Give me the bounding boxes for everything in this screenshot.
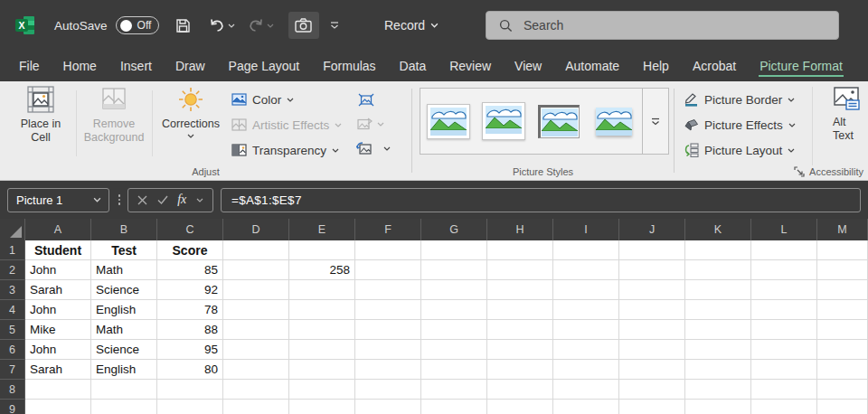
row-header-6[interactable]: 6 bbox=[0, 340, 25, 360]
cell-A2[interactable]: John bbox=[25, 260, 91, 280]
row-header-3[interactable]: 3 bbox=[0, 280, 25, 300]
cell-A5[interactable]: Mike bbox=[25, 320, 91, 340]
tab-formulas[interactable]: Formulas bbox=[311, 51, 387, 81]
tab-home[interactable]: Home bbox=[52, 51, 108, 81]
picture-style-option-2[interactable] bbox=[476, 89, 531, 154]
cell-E3[interactable] bbox=[289, 280, 355, 300]
cell-B3[interactable]: Science bbox=[91, 280, 157, 300]
chevron-down-icon[interactable] bbox=[196, 198, 203, 202]
cell-B1[interactable]: Test bbox=[91, 240, 157, 260]
cell-M4[interactable] bbox=[817, 300, 868, 320]
cell-M9[interactable] bbox=[817, 400, 868, 414]
picture-style-option-4[interactable] bbox=[586, 89, 641, 154]
cell-H6[interactable] bbox=[487, 340, 553, 360]
cell-F4[interactable] bbox=[355, 300, 421, 320]
cell-D1[interactable] bbox=[223, 240, 289, 260]
alt-text-button[interactable]: Alt Text bbox=[823, 87, 868, 159]
cell-A8[interactable] bbox=[25, 380, 91, 400]
column-header-I[interactable]: I bbox=[553, 219, 619, 240]
cell-I5[interactable] bbox=[553, 320, 619, 340]
cell-K2[interactable] bbox=[685, 260, 751, 280]
cell-K8[interactable] bbox=[685, 380, 751, 400]
column-header-C[interactable]: C bbox=[157, 219, 223, 240]
cell-K3[interactable] bbox=[685, 280, 751, 300]
cell-B4[interactable]: English bbox=[91, 300, 157, 320]
row-header-7[interactable]: 7 bbox=[0, 360, 25, 380]
cell-B7[interactable]: English bbox=[91, 360, 157, 380]
cell-C4[interactable]: 78 bbox=[157, 300, 223, 320]
tab-help[interactable]: Help bbox=[631, 51, 681, 81]
row-header-8[interactable]: 8 bbox=[0, 380, 25, 400]
cell-K7[interactable] bbox=[685, 360, 751, 380]
picture-effects-menu[interactable]: Picture Effects bbox=[684, 114, 796, 136]
tab-page-layout[interactable]: Page Layout bbox=[217, 51, 312, 81]
cell-C5[interactable]: 88 bbox=[157, 320, 223, 340]
gallery-more-button[interactable] bbox=[642, 89, 668, 154]
tab-view[interactable]: View bbox=[503, 51, 553, 81]
tab-acrobat[interactable]: Acrobat bbox=[681, 51, 748, 81]
autosave-toggle[interactable]: Off bbox=[116, 16, 159, 34]
cell-C1[interactable]: Score bbox=[157, 240, 223, 260]
enter-icon[interactable] bbox=[157, 195, 168, 204]
column-header-G[interactable]: G bbox=[421, 219, 487, 240]
cell-F5[interactable] bbox=[355, 320, 421, 340]
cell-L8[interactable] bbox=[751, 380, 817, 400]
cell-D7[interactable] bbox=[223, 360, 289, 380]
search-input[interactable]: Search bbox=[486, 11, 839, 40]
cell-B6[interactable]: Science bbox=[91, 340, 157, 360]
cell-A9[interactable] bbox=[25, 400, 91, 414]
cell-L9[interactable] bbox=[751, 400, 817, 414]
corrections-button[interactable]: Corrections bbox=[157, 86, 224, 160]
cell-B9[interactable] bbox=[91, 400, 157, 414]
cell-J5[interactable] bbox=[619, 320, 685, 340]
customize-qat-button[interactable] bbox=[330, 22, 339, 29]
tab-insert[interactable]: Insert bbox=[108, 51, 164, 81]
cell-D3[interactable] bbox=[223, 280, 289, 300]
cell-A3[interactable]: Sarah bbox=[25, 280, 91, 300]
cell-J7[interactable] bbox=[619, 360, 685, 380]
cell-H9[interactable] bbox=[487, 400, 553, 414]
picture-border-menu[interactable]: Picture Border bbox=[684, 89, 795, 110]
camera-button[interactable] bbox=[288, 12, 319, 39]
cell-H7[interactable] bbox=[487, 360, 553, 380]
column-header-F[interactable]: F bbox=[355, 219, 421, 240]
cell-J9[interactable] bbox=[619, 400, 685, 414]
cell-L2[interactable] bbox=[751, 260, 817, 280]
cell-D9[interactable] bbox=[223, 400, 289, 414]
cell-G5[interactable] bbox=[421, 320, 487, 340]
picture-layout-menu[interactable]: Picture Layout bbox=[684, 139, 795, 161]
row-header-1[interactable]: 1 bbox=[0, 240, 25, 260]
cell-I9[interactable] bbox=[553, 400, 619, 414]
cell-K1[interactable] bbox=[685, 240, 751, 260]
cancel-icon[interactable] bbox=[137, 195, 147, 205]
cell-D6[interactable] bbox=[223, 340, 289, 360]
cell-H5[interactable] bbox=[487, 320, 553, 340]
cell-D8[interactable] bbox=[223, 380, 289, 400]
picture-style-option-1[interactable] bbox=[420, 89, 476, 154]
cell-H1[interactable] bbox=[487, 240, 553, 260]
cell-F1[interactable] bbox=[355, 240, 421, 260]
cell-E6[interactable] bbox=[289, 340, 355, 360]
cell-H2[interactable] bbox=[487, 260, 553, 280]
cell-F6[interactable] bbox=[355, 340, 421, 360]
cell-J8[interactable] bbox=[619, 380, 685, 400]
tab-draw[interactable]: Draw bbox=[164, 51, 217, 81]
cell-J4[interactable] bbox=[619, 300, 685, 320]
cell-A1[interactable]: Student bbox=[25, 240, 91, 260]
cell-I4[interactable] bbox=[553, 300, 619, 320]
tab-file[interactable]: File bbox=[7, 51, 52, 81]
cell-B8[interactable] bbox=[91, 380, 157, 400]
cell-F7[interactable] bbox=[355, 360, 421, 380]
cell-H8[interactable] bbox=[487, 380, 553, 400]
tab-data[interactable]: Data bbox=[388, 51, 439, 81]
cell-B2[interactable]: Math bbox=[91, 260, 157, 280]
row-header-4[interactable]: 4 bbox=[0, 300, 25, 320]
accessibility-status[interactable]: Accessibility bbox=[794, 166, 863, 177]
cell-J6[interactable] bbox=[619, 340, 685, 360]
column-header-K[interactable]: K bbox=[685, 219, 751, 240]
cell-K9[interactable] bbox=[685, 400, 751, 414]
cell-I7[interactable] bbox=[553, 360, 619, 380]
column-header-D[interactable]: D bbox=[223, 219, 289, 240]
cell-I2[interactable] bbox=[553, 260, 619, 280]
cell-E5[interactable] bbox=[289, 320, 355, 340]
